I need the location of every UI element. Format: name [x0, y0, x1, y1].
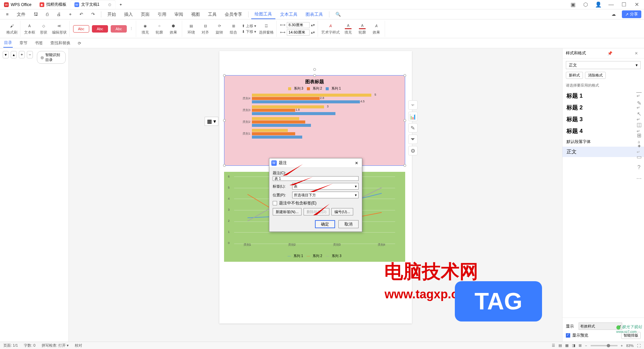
- save-icon[interactable]: 🖫: [30, 10, 41, 18]
- help-icon[interactable]: ?: [635, 164, 643, 171]
- zoom-level[interactable]: 83%: [626, 344, 634, 348]
- clear-format-button[interactable]: 清除格式: [585, 72, 606, 79]
- numbering-button[interactable]: 编号(U)...: [331, 208, 353, 215]
- document-canvas[interactable]: 图表标题 系列 3 系列 2 系列 1 类别4 5 2.8 4.5 类别3 3 …: [69, 48, 562, 342]
- chart-settings-icon[interactable]: ⚙: [408, 146, 418, 155]
- tab-templates[interactable]: ◆ 找稻壳模板: [36, 0, 70, 9]
- book-icon[interactable]: ▭: [635, 153, 643, 160]
- word-count[interactable]: 字数: 0: [24, 343, 35, 348]
- wordart-button[interactable]: A艺术字样式: [321, 22, 340, 35]
- menu-review[interactable]: 审阅: [171, 10, 186, 19]
- nav-bookmark[interactable]: 书签: [34, 39, 44, 47]
- bar-chart[interactable]: 图表标题 系列 3 系列 2 系列 1 类别4 5 2.8 4.5 类别3 3 …: [224, 75, 405, 166]
- zoom-out-icon[interactable]: −: [585, 344, 587, 348]
- tab-document[interactable]: W 文字文稿1 ⊙: [70, 0, 116, 9]
- style-normal[interactable]: 正文↵: [562, 147, 644, 157]
- menu-member[interactable]: 会员专享: [221, 10, 246, 19]
- chart-type-icon[interactable]: 📊: [408, 112, 418, 121]
- style-heading1[interactable]: 标题 1↵: [562, 90, 644, 102]
- new-style-button[interactable]: 新样式: [566, 72, 583, 79]
- style-heading3[interactable]: 标题 3↵: [562, 113, 644, 125]
- cloud-icon[interactable]: ☁: [608, 10, 619, 18]
- shape-preset-3[interactable]: Abc: [111, 25, 127, 33]
- parts-icon[interactable]: ⊞: [635, 132, 643, 139]
- preset-more-icon[interactable]: ⋮: [129, 27, 133, 31]
- tab-text-tools[interactable]: 文本工具: [277, 10, 301, 19]
- effect-button[interactable]: ⬢效果: [168, 22, 179, 35]
- proof-status[interactable]: 校对: [75, 343, 82, 348]
- ok-button[interactable]: 确定: [315, 220, 335, 228]
- lp-up[interactable]: ▴: [11, 51, 17, 58]
- spinner-icon[interactable]: ▴▾: [311, 30, 315, 35]
- print-icon-2[interactable]: 🖨: [53, 10, 64, 18]
- text-effect-button[interactable]: A效果: [371, 22, 382, 35]
- tag-select[interactable]: 表▾: [292, 183, 359, 190]
- chart-layout-icon[interactable]: ⫟: [408, 100, 418, 110]
- edit-tool-icon[interactable]: ✎: [635, 99, 643, 107]
- editshape-button[interactable]: ≪编辑形状: [52, 22, 67, 35]
- caption-input[interactable]: [273, 176, 359, 181]
- dialog-titlebar[interactable]: W 题注 ✕: [269, 158, 362, 168]
- undo-icon[interactable]: ↶: [76, 10, 87, 18]
- menu-tools[interactable]: 工具: [205, 10, 220, 19]
- smart-toc-button[interactable]: ◎ 智能识别目录: [37, 51, 66, 64]
- collapse-icon[interactable]: —: [635, 89, 643, 96]
- dialog-close-button[interactable]: ✕: [353, 160, 360, 166]
- app-icon-2[interactable]: ⬡: [581, 0, 590, 9]
- app-icon-1[interactable]: ▣: [568, 0, 578, 9]
- preview-checkbox[interactable]: [566, 333, 570, 338]
- view-mode-4-icon[interactable]: ◨: [572, 343, 575, 348]
- rotate-button[interactable]: ⟳旋转: [214, 22, 225, 35]
- style-default-font[interactable]: 默认段落字体a: [562, 137, 644, 147]
- preview-icon[interactable]: ⌖: [66, 10, 75, 18]
- nav-chapter[interactable]: 章节: [19, 39, 28, 47]
- lp-add[interactable]: +: [19, 51, 25, 58]
- moveup-button[interactable]: ⬆ 上移 ▾: [242, 23, 256, 29]
- view-mode-1-icon[interactable]: ☰: [552, 343, 555, 348]
- spinner-icon[interactable]: ▴▾: [311, 23, 315, 27]
- nav-toc[interactable]: 目录: [3, 39, 13, 48]
- layers-icon[interactable]: ◫: [635, 121, 643, 128]
- chart-color-icon[interactable]: ✎: [408, 123, 418, 133]
- text-outline-button[interactable]: A轮廓: [357, 22, 368, 35]
- width-input[interactable]: [287, 30, 310, 36]
- zoom-slider[interactable]: [591, 345, 618, 346]
- avatar-icon[interactable]: 👤: [594, 0, 603, 9]
- tab-chart-tools[interactable]: 图表工具: [302, 10, 326, 19]
- format-painter-button[interactable]: 🖌格式刷: [6, 22, 17, 35]
- tab-wps-home[interactable]: W WPS Office: [0, 0, 36, 9]
- show-select[interactable]: 有效样式: [579, 322, 622, 330]
- lp-dropdown[interactable]: ▾: [3, 51, 9, 58]
- add-tab-button[interactable]: +: [115, 0, 126, 9]
- effects-icon[interactable]: ✦: [635, 142, 643, 150]
- new-tag-button[interactable]: 新建标签(N)...: [273, 208, 302, 215]
- page-indicator[interactable]: 页面: 1/1: [3, 343, 18, 348]
- share-button[interactable]: ↗ 分享: [622, 10, 641, 18]
- align-button[interactable]: ⊟对齐: [200, 22, 211, 35]
- wrap-button[interactable]: ▤环绕: [185, 22, 197, 35]
- shape-preset-2[interactable]: Abc: [92, 25, 108, 33]
- position-select[interactable]: 所选项目下方▾: [292, 192, 359, 198]
- close-window-button[interactable]: ✕: [632, 0, 641, 9]
- chart-filter-icon[interactable]: ⏷: [408, 135, 418, 144]
- spellcheck-status[interactable]: 拼写检查: 打开 ▾: [42, 343, 69, 348]
- minimize-button[interactable]: —: [606, 0, 616, 9]
- menu-page[interactable]: 页面: [138, 10, 153, 19]
- view-mode-2-icon[interactable]: ▤: [558, 343, 562, 348]
- tab-drawing-tools[interactable]: 绘图工具: [251, 10, 275, 19]
- menu-view[interactable]: 视图: [188, 10, 203, 19]
- outline-button[interactable]: ○轮廓: [154, 22, 165, 35]
- exclude-checkbox[interactable]: [273, 201, 277, 205]
- textbox-button[interactable]: A文本框: [24, 22, 35, 35]
- shape-preset-1[interactable]: Abc: [73, 25, 89, 33]
- maximize-button[interactable]: ☐: [619, 0, 629, 9]
- nav-findreplace[interactable]: 查找和替换: [50, 39, 71, 47]
- cancel-button[interactable]: 取消: [338, 220, 359, 228]
- text-fill-button[interactable]: A填充: [342, 22, 354, 35]
- page-fit-icon[interactable]: ▦ ▾: [205, 118, 218, 124]
- view-mode-3-icon[interactable]: ▦: [565, 343, 569, 348]
- more-icon[interactable]: ⋯: [635, 174, 643, 182]
- menu-reference[interactable]: 引用: [154, 10, 170, 19]
- menu-home[interactable]: 开始: [104, 10, 119, 19]
- fill-button[interactable]: ◉填充: [140, 22, 151, 35]
